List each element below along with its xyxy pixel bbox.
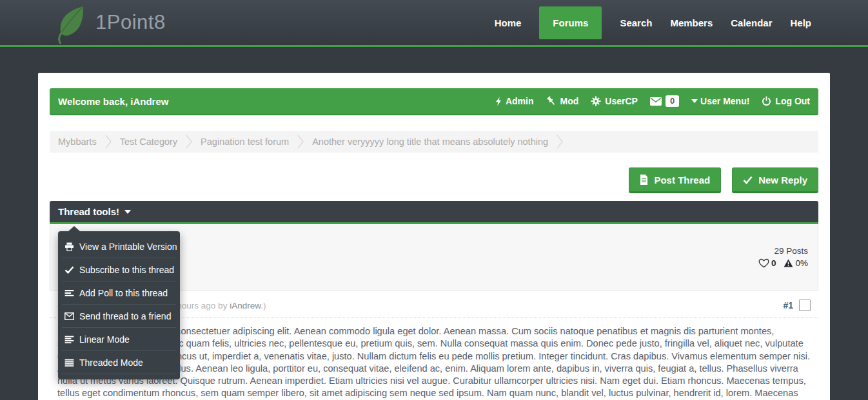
menu-item-label: Threaded Mode [79,357,143,368]
logout-link[interactable]: Log Out [762,96,810,106]
menu-item-printable-version[interactable]: View a Printable Version [62,235,176,258]
bolt-icon [495,97,502,106]
likes-stat[interactable]: 0 [758,258,776,268]
post-thread-label: Post Thread [654,175,710,186]
heart-icon [758,258,769,268]
menu-item-label: Send thread to a friend [79,311,171,321]
top-navbar: 1Point8 Home Forums Search Members Calen… [0,0,868,47]
gear-icon [591,96,601,106]
nav-item-home[interactable]: Home [495,17,522,28]
chevron-right-icon [105,134,112,149]
chevron-right-icon [557,134,563,149]
check-icon [743,176,753,184]
menu-item-add-poll[interactable]: Add Poll to this thread [62,281,176,305]
nav-item-search[interactable]: Search [620,17,652,28]
mod-label: Mod [560,96,579,106]
leaf-logo-icon [55,5,92,44]
messages-link[interactable]: 0 [650,95,679,107]
align-justify-icon [64,359,74,367]
breadcrumb-item-category[interactable]: Test Category [120,137,177,147]
modified-suffix: .) [261,301,266,310]
breadcrumb-item-forum[interactable]: Pagination test forum [201,137,289,147]
menu-item-linear-mode[interactable]: Linear Mode [62,328,176,351]
user-menu-label: User Menu! [700,96,749,106]
menu-item-subscribe[interactable]: Subscribe to this thread [62,258,176,281]
warning-stat[interactable]: 0% [784,258,808,268]
select-post-checkbox[interactable] [799,300,811,311]
nav-item-members[interactable]: Members [670,17,713,28]
menu-item-label: View a Printable Version [79,242,177,252]
warning-triangle-icon [784,259,793,267]
chevron-right-icon [186,134,192,149]
mod-link[interactable]: Mod [546,96,579,106]
post-number-link[interactable]: #1 [783,300,793,310]
usercp-label: UserCP [605,96,638,106]
menu-item-label: Subscribe to this thread [79,265,174,275]
unread-messages-badge: 0 [666,95,679,107]
usercp-link[interactable]: UserCP [591,96,638,106]
thread-actions: Post Thread New Reply [50,167,818,193]
nav-item-forums[interactable]: Forums [539,6,602,39]
new-reply-button[interactable]: New Reply [732,167,818,193]
post-count: 29 Posts [758,246,808,256]
breadcrumb-item-home[interactable]: Mybbarts [58,137,97,147]
new-reply-label: New Reply [758,175,807,186]
caret-down-icon [124,210,131,214]
nav-item-calendar[interactable]: Calendar [731,17,772,28]
welcome-greeting: Welcome back, iAndrew [58,96,168,107]
caret-down-icon [691,99,698,103]
breadcrumb: Mybbarts Test Category Pagination test f… [50,131,818,153]
envelope-outline-icon [64,312,74,320]
nav-item-help[interactable]: Help [790,17,811,28]
main-nav: Home Forums Search Members Calendar Help [495,0,811,45]
gavel-icon [546,96,557,106]
align-left-icon [64,336,74,343]
post-thread-button[interactable]: Post Thread [629,167,721,193]
logout-label: Log Out [775,96,810,106]
menu-item-send-thread[interactable]: Send thread to a friend [62,305,176,328]
admin-label: Admin [506,96,534,106]
printer-icon [64,242,74,251]
admin-link[interactable]: Admin [495,96,534,106]
chevron-right-icon [297,134,304,149]
modified-user-link[interactable]: iAndrew [230,301,261,310]
welcome-links: Admin Mod [495,95,810,107]
envelope-icon [650,97,662,106]
welcome-bar: Welcome back, iAndrew Admin Mod [50,88,818,115]
user-menu-link[interactable]: User Menu! [691,96,749,106]
thread-tools-bar[interactable]: Thread tools! [50,201,818,224]
breadcrumb-item-thread[interactable]: Another veryyyyy long title that means a… [312,137,548,147]
thread-tools-label: Thread tools! [58,206,119,217]
power-icon [762,96,771,106]
thread-tools-dropdown: View a Printable Version Subscribe to th… [58,231,180,379]
warning-level: 0% [795,258,808,268]
brand-logo[interactable]: 1Point8 [55,0,166,45]
menu-item-threaded-mode[interactable]: Threaded Mode [62,351,176,374]
poll-bars-icon [64,289,74,297]
brand-name: 1Point8 [95,11,166,34]
check-icon [64,266,74,274]
post-author-stats: 29 Posts 0 0% [758,246,808,268]
file-text-icon [640,175,648,185]
likes-count: 0 [771,258,776,268]
menu-item-label: Linear Mode [79,334,130,345]
menu-item-label: Add Poll to this thread [79,288,168,298]
